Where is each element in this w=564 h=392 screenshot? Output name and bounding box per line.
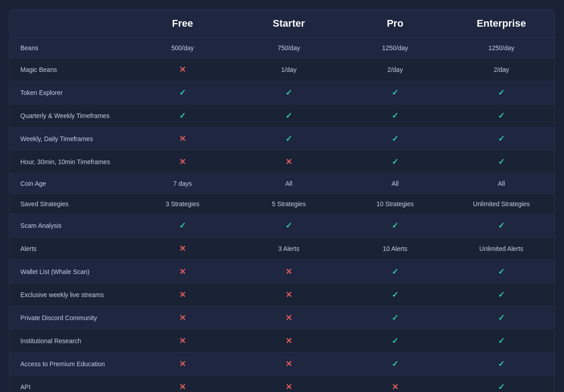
starter-cell: ✓ <box>236 81 342 104</box>
starter-cell: All <box>236 174 342 194</box>
feature-label: Token Explorer <box>9 81 129 104</box>
cell-value: 2/day <box>493 66 509 73</box>
enterprise-cell: ✓ <box>448 353 555 376</box>
cell-value: 1250/day <box>488 44 515 52</box>
free-cell: ✕ <box>129 237 236 260</box>
table-row: Quarterly & Weekly Timeframes✓✓✓✓ <box>9 104 555 128</box>
cross-icon: ✕ <box>179 336 186 345</box>
table-row: Beans500/day750/day1250/day1250/day <box>9 38 555 58</box>
free-column-header: Free <box>129 9 236 38</box>
cell-value: 500/day <box>171 44 194 52</box>
free-cell: ✕ <box>129 376 236 392</box>
table-row: Private Discord Community✕✕✓✓ <box>9 307 555 330</box>
cell-value: 3 Alerts <box>278 245 299 252</box>
cross-icon: ✕ <box>285 383 292 392</box>
feature-label: Magic Beans <box>9 58 129 81</box>
table-row: Wallet List (Whale Scan)✕✕✓✓ <box>9 260 555 283</box>
check-icon: ✓ <box>392 336 398 345</box>
table-row: Exclusive weekly live streams✕✕✓✓ <box>9 283 555 307</box>
cross-icon: ✕ <box>392 383 398 392</box>
feature-label: Private Discord Community <box>9 307 129 330</box>
check-icon: ✓ <box>498 111 505 120</box>
free-cell: ✕ <box>129 283 236 307</box>
check-icon: ✓ <box>392 157 398 166</box>
feature-label: Coin Age <box>9 174 129 194</box>
pro-cell: 2/day <box>342 58 448 81</box>
cross-icon: ✕ <box>285 290 292 299</box>
starter-cell: ✓ <box>236 128 342 151</box>
cross-icon: ✕ <box>285 267 292 276</box>
check-icon: ✓ <box>498 88 505 97</box>
starter-cell: ✕ <box>236 353 342 376</box>
starter-cell: 750/day <box>236 38 342 58</box>
enterprise-column-header: Enterprise <box>448 9 555 38</box>
cell-value: 7 days <box>173 180 192 187</box>
check-icon: ✓ <box>498 157 505 166</box>
enterprise-cell: All <box>448 174 555 194</box>
free-cell: ✕ <box>129 260 236 283</box>
table-row: Saved Strategies3 Strategies5 Strategies… <box>9 194 555 214</box>
starter-cell: ✕ <box>236 307 342 330</box>
starter-cell: 3 Alerts <box>236 237 342 260</box>
cross-icon: ✕ <box>285 157 292 166</box>
pro-cell: ✓ <box>342 353 448 376</box>
check-icon: ✓ <box>498 336 505 345</box>
enterprise-cell: Unlimited Alerts <box>448 237 555 260</box>
cross-icon: ✕ <box>179 244 186 253</box>
cell-value: All <box>498 180 505 187</box>
check-icon: ✓ <box>285 111 292 120</box>
free-cell: 7 days <box>129 174 236 194</box>
cell-value: Unlimited Strategies <box>473 200 530 208</box>
feature-label: Institutional Research <box>9 330 129 353</box>
pro-column-header: Pro <box>342 9 448 38</box>
check-icon: ✓ <box>179 111 186 120</box>
table-row: Access to Premium Education✕✕✓✓ <box>9 353 555 376</box>
cell-value: 1250/day <box>382 44 408 52</box>
pro-cell: ✓ <box>342 81 448 104</box>
pro-cell: ✓ <box>342 283 448 307</box>
pro-cell: ✓ <box>342 128 448 151</box>
table-row: Token Explorer✓✓✓✓ <box>9 81 555 104</box>
cross-icon: ✕ <box>285 359 292 368</box>
cell-value: 1/day <box>281 66 296 73</box>
table-row: Hour, 30min, 10min Timeframes✕✕✓✓ <box>9 151 555 174</box>
pro-cell: ✓ <box>342 330 448 353</box>
feature-label: Saved Strategies <box>9 194 129 214</box>
table-row: API✕✕✕✓ <box>9 376 555 392</box>
feature-label: Quarterly & Weekly Timeframes <box>9 104 129 128</box>
check-icon: ✓ <box>498 290 505 299</box>
check-icon: ✓ <box>285 221 292 230</box>
check-icon: ✓ <box>392 290 398 299</box>
starter-cell: ✓ <box>236 214 342 237</box>
feature-label: Beans <box>9 38 129 58</box>
check-icon: ✓ <box>285 134 292 143</box>
cell-value: All <box>285 180 293 187</box>
feature-label: Hour, 30min, 10min Timeframes <box>9 151 129 174</box>
pro-cell: 1250/day <box>342 38 448 58</box>
check-icon: ✓ <box>392 134 398 143</box>
free-cell: ✕ <box>129 330 236 353</box>
pricing-table: Free Starter Pro Enterprise Beans500/day… <box>9 9 555 392</box>
cross-icon: ✕ <box>179 290 186 299</box>
feature-label: Alerts <box>9 237 129 260</box>
check-icon: ✓ <box>498 267 505 276</box>
starter-cell: 1/day <box>236 58 342 81</box>
pro-cell: ✓ <box>342 151 448 174</box>
starter-cell: ✕ <box>236 151 342 174</box>
pro-cell: ✕ <box>342 376 448 392</box>
free-cell: ✕ <box>129 128 236 151</box>
check-icon: ✓ <box>498 383 505 392</box>
starter-cell: ✕ <box>236 283 342 307</box>
cell-value: 3 Strategies <box>166 200 199 208</box>
starter-cell: ✕ <box>236 260 342 283</box>
table-row: Scam Analysis✓✓✓✓ <box>9 214 555 237</box>
enterprise-cell: ✓ <box>448 128 555 151</box>
pro-cell: ✓ <box>342 214 448 237</box>
pro-cell: ✓ <box>342 104 448 128</box>
feature-label: Exclusive weekly live streams <box>9 283 129 307</box>
cross-icon: ✕ <box>285 313 292 322</box>
enterprise-cell: ✓ <box>448 330 555 353</box>
enterprise-cell: ✓ <box>448 283 555 307</box>
cell-value: All <box>392 180 399 187</box>
pro-cell: ✓ <box>342 260 448 283</box>
